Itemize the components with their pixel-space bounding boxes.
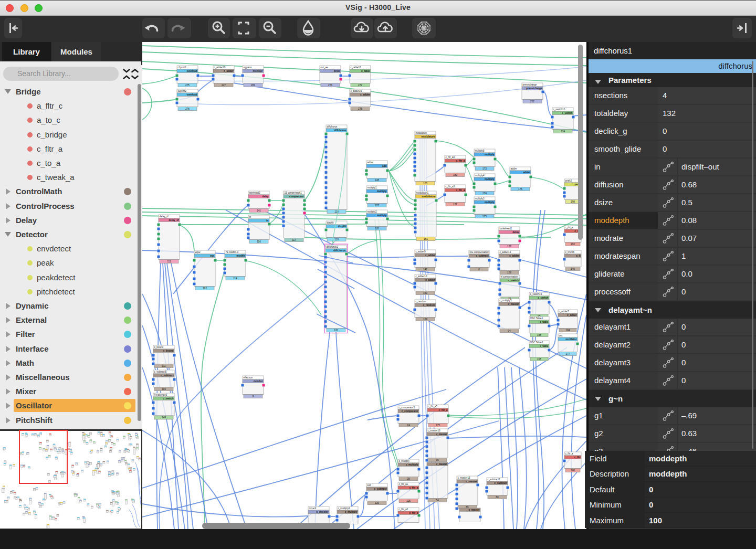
svg-text:120: 120	[334, 329, 338, 332]
svg-text:presetcharge: presetcharge	[526, 87, 542, 90]
svg-text:119: 119	[334, 238, 339, 241]
svg-text:115: 115	[406, 500, 411, 502]
svg-text:c_fltr_a4: c_fltr_a4	[446, 156, 455, 159]
svg-text:275: 275	[358, 108, 362, 110]
svg-text:multiply5: multiply5	[475, 150, 485, 152]
svg-text:c1prob2: c1prob2	[178, 90, 187, 92]
svg-text:157: 157	[507, 245, 511, 248]
svg-text:173: 173	[482, 167, 487, 170]
svg-text:line compensation: line compensation	[470, 251, 489, 254]
svg-text:184: 184	[565, 329, 570, 332]
svg-text:c_fltr_a1: c_fltr_a1	[399, 483, 408, 485]
svg-text:dispfilt: dispfilt	[338, 225, 346, 228]
svg-text:c_multiply5: c_multiply5	[500, 299, 512, 302]
svg-text:c_adder7: c_adder7	[559, 310, 570, 313]
svg-text:c_table: c_table	[540, 321, 549, 323]
svg-text:168: 168	[537, 358, 541, 361]
svg-text:delay_xf: delay_xf	[160, 215, 169, 218]
svg-text:add: add	[382, 165, 387, 167]
svg-text:c_fltr_a: c_fltr_a	[409, 512, 418, 514]
svg-text:15 compressor1: 15 compressor1	[285, 192, 302, 194]
svg-text:c_fltr_a5: c_fltr_a5	[428, 405, 438, 408]
svg-text:276: 276	[185, 108, 190, 110]
svg-text:delay_xf: delay_xf	[169, 219, 179, 221]
svg-text:c_master: c_master	[436, 433, 447, 436]
svg-text:c_master: c_master	[436, 463, 447, 466]
svg-text:c_adder12: c_adder12	[500, 251, 511, 254]
svg-text:c_fltr_a2: c_fltr_a2	[399, 508, 408, 511]
svg-text:c_adder: c_adder	[509, 255, 519, 257]
svg-text:multiply4: multiply4	[475, 174, 485, 177]
svg-text:compressor: compressor	[289, 195, 304, 198]
svg-text:c_comparator: c_comparator	[402, 410, 418, 413]
svg-text:c_multiply: c_multiply	[345, 511, 358, 513]
svg-text:149: 149	[162, 416, 166, 419]
svg-text:sigpans: sigpans	[244, 66, 253, 69]
svg-text:175: 175	[482, 215, 487, 218]
svg-text:177: 177	[565, 353, 570, 355]
svg-text:c_switch: c_switch	[538, 297, 548, 299]
svg-text:c_adder15: c_adder15	[351, 90, 362, 92]
svg-text:141: 141	[257, 209, 261, 212]
svg-text:multiply: multiply	[377, 214, 387, 217]
svg-text:c_switch: c_switch	[562, 112, 572, 114]
svg-text:diffchorus: diffchorus	[334, 129, 346, 132]
svg-text:c_master: c_master	[466, 480, 477, 483]
svg-text:c_adder: c_adder	[425, 279, 435, 281]
svg-text:c_multiply2: c_multiply2	[338, 507, 350, 510]
svg-text:c_subtract: c_subtract	[161, 374, 174, 377]
svg-text:c_adder9: c_adder9	[416, 250, 426, 253]
svg-text:c_table: c_table	[540, 345, 549, 347]
svg-text:dispfilt: dispfilt	[327, 221, 334, 224]
svg-text:117: 117	[292, 239, 296, 241]
svg-text:c_switch15: c_switch15	[530, 293, 542, 295]
svg-text:peak2: peak2	[565, 180, 572, 182]
svg-text:128: 128	[375, 179, 379, 182]
svg-text:diffchorus: diffchorus	[327, 125, 338, 128]
svg-text:multiply: multiply	[485, 178, 495, 181]
svg-text:diffchorus: diffchorus	[333, 249, 346, 252]
svg-text:overload: overload	[187, 70, 197, 72]
svg-text:multiply: multiply	[377, 190, 387, 193]
svg-text:adder: adder	[511, 167, 517, 170]
svg-text:c_random: c_random	[416, 300, 427, 303]
svg-text:addel: addel	[368, 161, 373, 164]
svg-text:c_multiply: c_multiply	[399, 460, 410, 462]
svg-text:c_switch10: c_switch10	[553, 108, 565, 111]
svg-text:multiply: multiply	[485, 153, 495, 156]
svg-text:126: 126	[375, 227, 379, 230]
svg-text:141: 141	[423, 268, 427, 271]
svg-text:modulctun1: modulctun1	[416, 192, 429, 194]
svg-text:175: 175	[436, 424, 440, 427]
svg-text:c_bound: c_bound	[163, 350, 174, 352]
svg-text:162: 162	[571, 243, 575, 246]
svg-text:OSC Table1: OSC Table1	[530, 317, 543, 320]
svg-text:c_fltr_a: c_fltr_a	[565, 452, 574, 455]
svg-text:24: 24	[407, 424, 410, 427]
svg-text:103: 103	[423, 182, 427, 185]
svg-text:275: 275	[185, 84, 190, 87]
svg-text:c_adder: c_adder	[224, 70, 234, 72]
svg-text:150: 150	[423, 292, 427, 294]
svg-text:c_switch: c_switch	[163, 397, 173, 400]
svg-text:273: 273	[328, 84, 332, 87]
svg-text:c_switch: c_switch	[508, 279, 519, 282]
svg-text:198: 198	[571, 200, 575, 203]
svg-text:176: 176	[518, 188, 522, 191]
svg-text:25: 25	[407, 478, 410, 480]
svg-text:114: 114	[233, 277, 237, 280]
svg-text:111: 111	[162, 365, 166, 367]
svg-text:adder: adder	[523, 171, 530, 174]
svg-text:sub: sub	[368, 484, 372, 487]
svg-text:c_adder16: c_adder16	[214, 66, 226, 69]
svg-text:c_lt: c_lt	[576, 255, 581, 257]
svg-text:c_master16: c_master16	[428, 429, 440, 432]
svg-text:monster: monster	[253, 70, 263, 72]
svg-text:c_lt=2db: c_lt=2db	[565, 251, 575, 254]
svg-text:174: 174	[482, 192, 487, 195]
svg-text:c_adder: c_adder	[425, 254, 435, 257]
svg-text:presetcharge: presetcharge	[523, 83, 537, 86]
svg-text:multiply2: multiply2	[368, 210, 377, 213]
svg-text:129: 129	[423, 318, 427, 321]
svg-text:in: in	[249, 216, 251, 218]
